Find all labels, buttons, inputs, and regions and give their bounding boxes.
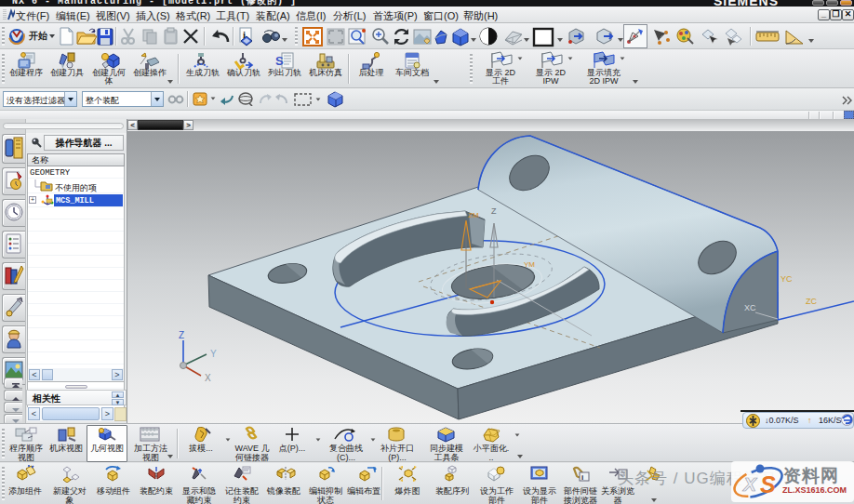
svg-text:ZM: ZM <box>468 211 479 219</box>
svg-text:YC: YC <box>781 274 793 284</box>
svg-text:Y: Y <box>210 349 217 359</box>
svg-text:S: S <box>275 54 284 68</box>
svg-text:X: X <box>205 373 211 383</box>
svg-text:XC: XC <box>744 303 756 312</box>
svg-text:Z: Z <box>491 206 497 216</box>
svg-text:S: S <box>760 471 776 497</box>
svg-text:X: X <box>742 473 758 495</box>
svg-text:ZC: ZC <box>806 297 817 306</box>
svg-text:YM: YM <box>524 260 535 269</box>
svg-text:i: i <box>581 473 583 482</box>
svg-text:Z: Z <box>179 330 184 340</box>
